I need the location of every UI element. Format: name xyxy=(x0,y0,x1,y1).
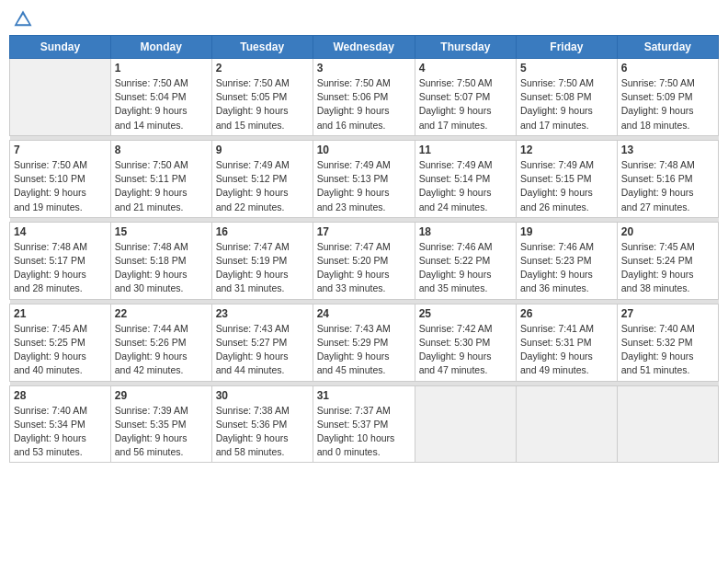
day-number: 30 xyxy=(216,389,309,402)
calendar-cell: 26Sunrise: 7:41 AMSunset: 5:31 PMDayligh… xyxy=(516,304,617,381)
calendar: SundayMondayTuesdayWednesdayThursdayFrid… xyxy=(9,35,719,463)
day-number: 11 xyxy=(419,144,512,156)
day-number: 9 xyxy=(216,144,309,156)
calendar-cell: 17Sunrise: 7:47 AMSunset: 5:20 PMDayligh… xyxy=(313,222,415,299)
day-number: 23 xyxy=(216,307,309,320)
day-info: Sunrise: 7:39 AMSunset: 5:35 PMDaylight:… xyxy=(115,404,208,460)
day-info: Sunrise: 7:50 AMSunset: 5:09 PMDaylight:… xyxy=(621,76,714,132)
weekday-header: Monday xyxy=(110,36,211,59)
day-info: Sunrise: 7:48 AMSunset: 5:17 PMDaylight:… xyxy=(14,240,107,296)
calendar-cell xyxy=(415,385,516,463)
day-info: Sunrise: 7:50 AMSunset: 5:11 PMDaylight:… xyxy=(115,158,208,214)
day-number: 18 xyxy=(419,225,512,238)
day-number: 22 xyxy=(115,307,208,320)
calendar-cell: 9Sunrise: 7:49 AMSunset: 5:12 PMDaylight… xyxy=(211,140,313,217)
calendar-cell: 30Sunrise: 7:38 AMSunset: 5:36 PMDayligh… xyxy=(211,385,313,463)
day-info: Sunrise: 7:50 AMSunset: 5:05 PMDaylight:… xyxy=(216,76,309,132)
day-number: 10 xyxy=(317,144,411,156)
day-number: 14 xyxy=(14,225,107,238)
logo-icon xyxy=(13,9,33,29)
calendar-cell: 3Sunrise: 7:50 AMSunset: 5:06 PMDaylight… xyxy=(313,59,415,136)
day-info: Sunrise: 7:49 AMSunset: 5:14 PMDaylight:… xyxy=(419,158,512,214)
day-info: Sunrise: 7:46 AMSunset: 5:22 PMDaylight:… xyxy=(419,240,512,296)
day-info: Sunrise: 7:49 AMSunset: 5:13 PMDaylight:… xyxy=(317,158,411,214)
day-info: Sunrise: 7:41 AMSunset: 5:31 PMDaylight:… xyxy=(520,322,613,378)
calendar-cell: 11Sunrise: 7:49 AMSunset: 5:14 PMDayligh… xyxy=(415,140,516,217)
day-info: Sunrise: 7:40 AMSunset: 5:34 PMDaylight:… xyxy=(14,404,107,460)
day-info: Sunrise: 7:49 AMSunset: 5:12 PMDaylight:… xyxy=(216,158,309,214)
calendar-cell: 20Sunrise: 7:45 AMSunset: 5:24 PMDayligh… xyxy=(617,222,718,299)
day-info: Sunrise: 7:38 AMSunset: 5:36 PMDaylight:… xyxy=(216,404,309,460)
calendar-cell: 12Sunrise: 7:49 AMSunset: 5:15 PMDayligh… xyxy=(516,140,617,217)
day-number: 26 xyxy=(520,307,613,320)
week-row: 21Sunrise: 7:45 AMSunset: 5:25 PMDayligh… xyxy=(10,304,719,381)
calendar-cell: 10Sunrise: 7:49 AMSunset: 5:13 PMDayligh… xyxy=(313,140,415,217)
calendar-cell: 14Sunrise: 7:48 AMSunset: 5:17 PMDayligh… xyxy=(10,222,111,299)
day-info: Sunrise: 7:43 AMSunset: 5:29 PMDaylight:… xyxy=(317,322,411,378)
calendar-cell xyxy=(617,385,718,463)
weekday-header: Saturday xyxy=(617,36,718,59)
day-number: 19 xyxy=(520,225,613,238)
day-number: 29 xyxy=(115,389,208,402)
calendar-cell: 24Sunrise: 7:43 AMSunset: 5:29 PMDayligh… xyxy=(313,304,415,381)
day-info: Sunrise: 7:45 AMSunset: 5:24 PMDaylight:… xyxy=(621,240,714,296)
calendar-cell: 21Sunrise: 7:45 AMSunset: 5:25 PMDayligh… xyxy=(10,304,111,381)
calendar-cell: 23Sunrise: 7:43 AMSunset: 5:27 PMDayligh… xyxy=(211,304,313,381)
day-info: Sunrise: 7:50 AMSunset: 5:07 PMDaylight:… xyxy=(419,76,512,132)
weekday-header: Friday xyxy=(516,36,617,59)
calendar-cell xyxy=(516,385,617,463)
calendar-cell: 13Sunrise: 7:48 AMSunset: 5:16 PMDayligh… xyxy=(617,140,718,217)
calendar-cell: 6Sunrise: 7:50 AMSunset: 5:09 PMDaylight… xyxy=(617,59,718,136)
day-info: Sunrise: 7:43 AMSunset: 5:27 PMDaylight:… xyxy=(216,322,309,378)
calendar-cell: 18Sunrise: 7:46 AMSunset: 5:22 PMDayligh… xyxy=(415,222,516,299)
weekday-header: Sunday xyxy=(10,36,111,59)
day-number: 16 xyxy=(216,225,309,238)
day-info: Sunrise: 7:48 AMSunset: 5:18 PMDaylight:… xyxy=(115,240,208,296)
day-number: 13 xyxy=(621,144,714,156)
day-number: 28 xyxy=(14,389,107,402)
calendar-cell: 29Sunrise: 7:39 AMSunset: 5:35 PMDayligh… xyxy=(110,385,211,463)
day-number: 24 xyxy=(317,307,411,320)
day-number: 3 xyxy=(317,62,411,75)
calendar-cell: 8Sunrise: 7:50 AMSunset: 5:11 PMDaylight… xyxy=(110,140,211,217)
calendar-cell: 7Sunrise: 7:50 AMSunset: 5:10 PMDaylight… xyxy=(10,140,111,217)
calendar-cell: 25Sunrise: 7:42 AMSunset: 5:30 PMDayligh… xyxy=(415,304,516,381)
day-info: Sunrise: 7:37 AMSunset: 5:37 PMDaylight:… xyxy=(317,404,411,460)
day-number: 21 xyxy=(14,307,107,320)
day-info: Sunrise: 7:48 AMSunset: 5:16 PMDaylight:… xyxy=(621,158,714,214)
logo xyxy=(13,9,37,29)
day-info: Sunrise: 7:49 AMSunset: 5:15 PMDaylight:… xyxy=(520,158,613,214)
weekday-header: Thursday xyxy=(415,36,516,59)
calendar-cell: 28Sunrise: 7:40 AMSunset: 5:34 PMDayligh… xyxy=(10,385,111,463)
day-info: Sunrise: 7:44 AMSunset: 5:26 PMDaylight:… xyxy=(115,322,208,378)
day-number: 20 xyxy=(621,225,714,238)
day-number: 5 xyxy=(520,62,613,75)
day-info: Sunrise: 7:50 AMSunset: 5:10 PMDaylight:… xyxy=(14,158,107,214)
calendar-cell: 19Sunrise: 7:46 AMSunset: 5:23 PMDayligh… xyxy=(516,222,617,299)
day-number: 7 xyxy=(14,144,107,156)
week-row: 28Sunrise: 7:40 AMSunset: 5:34 PMDayligh… xyxy=(10,385,719,463)
day-number: 6 xyxy=(621,62,714,75)
day-info: Sunrise: 7:50 AMSunset: 5:06 PMDaylight:… xyxy=(317,76,411,132)
week-row: 14Sunrise: 7:48 AMSunset: 5:17 PMDayligh… xyxy=(10,222,719,299)
day-number: 31 xyxy=(317,389,411,402)
calendar-cell: 22Sunrise: 7:44 AMSunset: 5:26 PMDayligh… xyxy=(110,304,211,381)
day-info: Sunrise: 7:40 AMSunset: 5:32 PMDaylight:… xyxy=(621,322,714,378)
day-info: Sunrise: 7:50 AMSunset: 5:08 PMDaylight:… xyxy=(520,76,613,132)
weekday-header: Wednesday xyxy=(313,36,415,59)
day-number: 1 xyxy=(115,62,208,75)
day-number: 2 xyxy=(216,62,309,75)
calendar-cell: 1Sunrise: 7:50 AMSunset: 5:04 PMDaylight… xyxy=(110,59,211,136)
week-row: 7Sunrise: 7:50 AMSunset: 5:10 PMDaylight… xyxy=(10,140,719,217)
day-number: 25 xyxy=(419,307,512,320)
day-info: Sunrise: 7:45 AMSunset: 5:25 PMDaylight:… xyxy=(14,322,107,378)
day-info: Sunrise: 7:50 AMSunset: 5:04 PMDaylight:… xyxy=(115,76,208,132)
calendar-cell: 27Sunrise: 7:40 AMSunset: 5:32 PMDayligh… xyxy=(617,304,718,381)
calendar-cell: 2Sunrise: 7:50 AMSunset: 5:05 PMDaylight… xyxy=(211,59,313,136)
weekday-header-row: SundayMondayTuesdayWednesdayThursdayFrid… xyxy=(10,36,719,59)
day-number: 12 xyxy=(520,144,613,156)
weekday-header: Tuesday xyxy=(211,36,313,59)
calendar-cell xyxy=(10,59,111,136)
day-number: 15 xyxy=(115,225,208,238)
day-number: 17 xyxy=(317,225,411,238)
